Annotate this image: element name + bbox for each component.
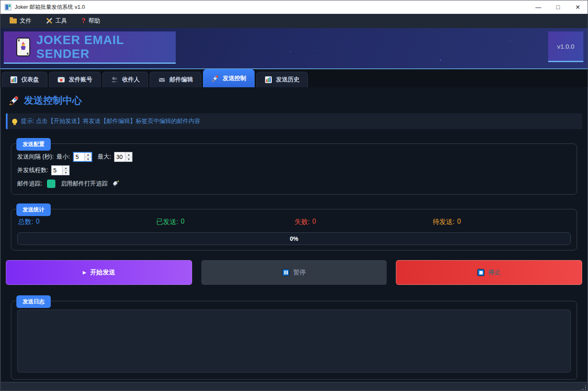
stat-sent-value: 0 [181, 218, 185, 227]
tab-label: 仪表盘 [21, 76, 39, 83]
folder-icon [10, 18, 17, 23]
tracking-row: 邮件追踪: 启用邮件打开追踪 [17, 178, 571, 189]
interval-max-value[interactable]: 30 [114, 152, 125, 162]
stat-pending-label: 待发送: [433, 218, 455, 227]
rocket-icon [211, 75, 219, 82]
status-bar [0, 382, 588, 391]
stat-failed: 失败: 0 [294, 218, 433, 227]
spin-down-button[interactable]: ▼ [62, 171, 69, 175]
menu-file[interactable]: 文件 [5, 16, 36, 26]
threads-value[interactable]: 5 [52, 166, 62, 175]
tab-email-editor[interactable]: 邮件编辑 [150, 72, 201, 87]
spin-up-button[interactable]: ▲ [125, 152, 132, 157]
interval-max-spinbox[interactable]: 30 ▲ ▼ [114, 152, 133, 162]
pause-button-label: 暂停 [293, 268, 306, 276]
tab-dashboard[interactable]: 仪表盘 [2, 72, 47, 87]
tracking-checkbox[interactable] [47, 180, 55, 188]
stat-total-value: 0 [36, 218, 39, 227]
app-window-icon [5, 4, 11, 10]
help-icon: ? [81, 17, 86, 25]
tab-label: 发件账号 [69, 76, 92, 83]
interval-min-spinbox[interactable]: 5 ▲ ▼ [73, 152, 92, 162]
send-log-textarea[interactable] [17, 310, 571, 373]
menu-file-label: 文件 [20, 17, 31, 25]
stat-failed-value: 0 [312, 218, 316, 227]
maximize-button[interactable]: □ [548, 0, 568, 14]
threads-row: 并发线程数: 5 ▲ ▼ [17, 165, 571, 176]
stat-total-label: 总数: [18, 218, 33, 227]
stat-failed-label: 失败: [294, 218, 310, 227]
spinner-arrows: ▲ ▼ [62, 166, 69, 175]
tab-send-history[interactable]: 发送历史 [256, 72, 308, 87]
pause-icon [282, 269, 289, 276]
send-log-badge: 发送日志 [16, 295, 51, 308]
satellite-icon [112, 180, 119, 187]
tab-recipients[interactable]: 收件人 [102, 72, 148, 87]
tab-bar: 仪表盘 发件账号 收件人 邮件编辑 [0, 69, 588, 87]
send-config-group: 发送配置 发送间隔 (秒): 最小: 5 ▲ ▼ 最大: 30 ▲ ▼ 并发线 [11, 143, 577, 195]
spin-down-button[interactable]: ▼ [85, 157, 91, 162]
stat-pending-value: 0 [457, 218, 461, 227]
progress-bar: 0% [17, 232, 571, 245]
minimize-button[interactable]: — [528, 0, 548, 14]
interval-max-label: 最大: [98, 153, 111, 161]
app-banner: JOKER EMAIL SENDER [4, 31, 176, 64]
threads-spinbox[interactable]: 5 ▲ ▼ [51, 165, 70, 175]
start-sending-button[interactable]: ▶ 开始发送 [6, 260, 192, 285]
version-badge: v1.0.0 [548, 31, 583, 62]
tools-icon [46, 18, 52, 24]
start-button-label: 开始发送 [90, 268, 115, 276]
people-icon [111, 76, 118, 83]
interval-row: 发送间隔 (秒): 最小: 5 ▲ ▼ 最大: 30 ▲ ▼ [17, 151, 571, 162]
send-stats-group: 发送统计 总数: 0 已发送: 0 失败: 0 待发送: 0 0% [11, 209, 577, 250]
tab-label: 收件人 [122, 76, 140, 83]
spin-up-button[interactable]: ▲ [62, 166, 69, 171]
interval-min-value[interactable]: 5 [74, 153, 84, 161]
decor-star [440, 60, 441, 61]
action-buttons: ▶ 开始发送 暂停 停止 [6, 260, 582, 285]
stop-button[interactable]: 停止 [396, 260, 582, 285]
window-title: Joker 邮箱批量发信系统 v1.0 [15, 3, 85, 11]
chart-icon [265, 76, 272, 83]
spinner-arrows: ▲ ▼ [125, 152, 132, 162]
menu-tools[interactable]: 工具 [42, 16, 71, 26]
mail-icon [57, 76, 65, 83]
menu-help[interactable]: ? 帮助 [77, 16, 104, 26]
send-config-badge: 发送配置 [16, 138, 51, 151]
window-controls: — □ ✕ [528, 0, 588, 14]
threads-label: 并发线程数: [17, 167, 48, 174]
tip-banner: 提示: 点击【开始发送】将发送【邮件编辑】标签页中编辑的邮件内容 [6, 113, 582, 129]
spinner-arrows: ▲ ▼ [84, 153, 91, 161]
progress-label: 0% [290, 235, 298, 242]
stat-sent-label: 已发送: [156, 218, 178, 227]
menu-bar: 文件 工具 ? 帮助 [0, 14, 588, 28]
page-title: 发送控制中心 [8, 94, 582, 107]
stop-button-label: 停止 [488, 268, 501, 276]
tab-send-control[interactable]: 发送控制 [203, 69, 255, 87]
send-control-panel: 发送控制中心 提示: 点击【开始发送】将发送【邮件编辑】标签页中编辑的邮件内容 … [0, 87, 588, 382]
joker-card-icon [16, 37, 30, 57]
stop-icon [477, 269, 484, 276]
tip-text: 提示: 点击【开始发送】将发送【邮件编辑】标签页中编辑的邮件内容 [21, 117, 200, 125]
resize-grip[interactable] [581, 385, 586, 390]
spin-down-button[interactable]: ▼ [125, 157, 132, 162]
tab-label: 发送历史 [276, 76, 299, 83]
interval-min-label: 最小: [57, 153, 70, 161]
pause-button[interactable]: 暂停 [201, 260, 387, 285]
stats-row: 总数: 0 已发送: 0 失败: 0 待发送: 0 [18, 218, 571, 227]
envelope-icon [158, 76, 166, 83]
app-header: JOKER EMAIL SENDER v1.0.0 [0, 28, 588, 69]
tracking-label: 邮件追踪: [17, 180, 42, 188]
spin-up-button[interactable]: ▲ [85, 153, 91, 157]
stat-total: 总数: 0 [18, 218, 156, 227]
decor-star [290, 51, 291, 52]
tab-sender-accounts[interactable]: 发件账号 [49, 72, 101, 87]
stat-sent: 已发送: 0 [156, 218, 295, 227]
decor-star [510, 41, 511, 42]
close-button[interactable]: ✕ [568, 0, 588, 14]
interval-label: 发送间隔 (秒): [17, 153, 54, 161]
stat-pending: 待发送: 0 [433, 218, 571, 227]
page-title-text: 发送控制中心 [24, 94, 82, 107]
bulb-icon [12, 119, 17, 124]
send-log-group: 发送日志 [11, 301, 577, 380]
